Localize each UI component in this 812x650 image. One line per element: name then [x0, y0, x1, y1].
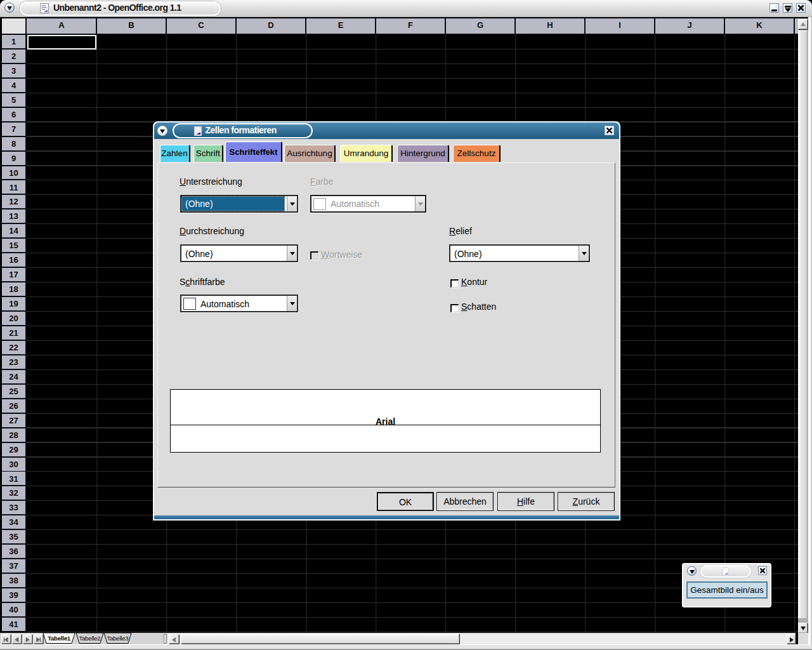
svg-text:Tabelle1: Tabelle1 — [48, 635, 71, 642]
svg-text:Tabelle3: Tabelle3 — [107, 635, 129, 642]
svg-text:Tabelle2: Tabelle2 — [79, 635, 101, 642]
